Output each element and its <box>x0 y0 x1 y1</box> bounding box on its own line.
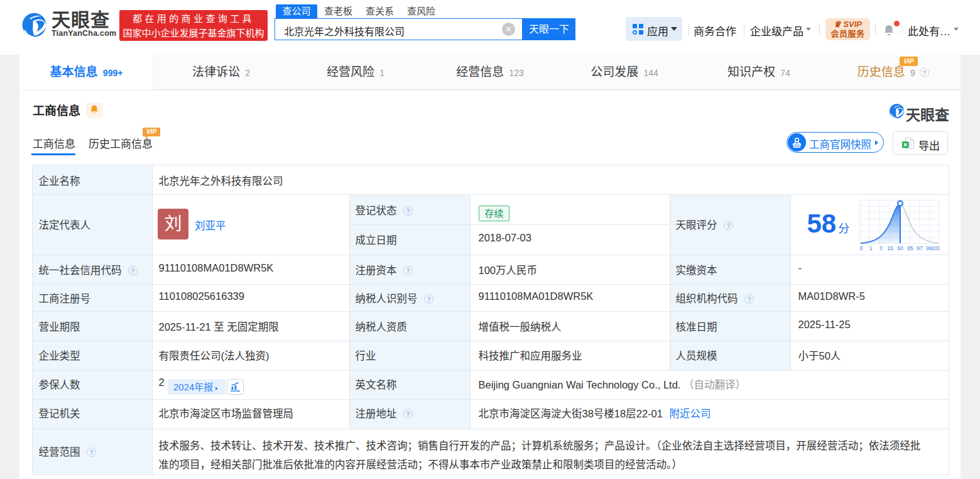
svg-text:1: 1 <box>869 245 872 251</box>
svg-text:0: 0 <box>859 245 863 251</box>
svg-text:100: 100 <box>931 245 939 251</box>
svg-text:97: 97 <box>917 245 923 251</box>
svg-text:15: 15 <box>887 245 893 251</box>
svg-text:85: 85 <box>907 245 913 251</box>
svg-text:50: 50 <box>897 245 903 251</box>
svg-text:3: 3 <box>879 245 882 251</box>
